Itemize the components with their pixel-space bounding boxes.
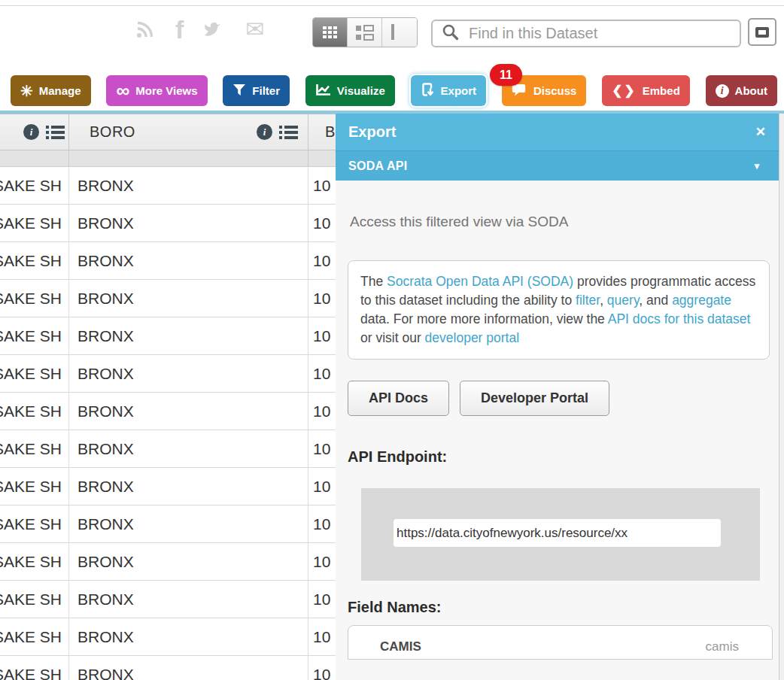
facebook-icon[interactable]: f [175,17,184,42]
export-panel-body: Access this filtered view via SODA The S… [336,181,779,680]
building-cell[interactable]: 10 [308,468,336,505]
dba-cell[interactable]: SAKE SH [0,505,69,542]
column-header-building[interactable]: B [308,114,336,150]
boro-cell[interactable]: BRONX [69,618,308,655]
dba-cell[interactable]: SAKE SH [0,618,69,655]
column-menu-icon[interactable] [279,126,298,139]
building-cell[interactable]: 10 [308,205,336,241]
dba-cell[interactable]: SAKE SH [0,280,69,317]
boro-cell[interactable]: BRONX [69,505,308,542]
boro-cell[interactable]: BRONX [69,656,308,680]
column-menu-icon[interactable] [46,126,65,139]
table-row[interactable]: SAKE SH BRONX 10 [0,355,336,393]
boro-cell[interactable]: BRONX [69,205,308,241]
search-input[interactable] [469,25,740,42]
code-brackets-icon: ❮❯ [612,83,637,99]
close-icon[interactable]: ✕ [755,124,766,140]
dba-cell[interactable]: SAKE SH [0,468,69,505]
table-row[interactable]: SAKE SH BRONX 10 [0,430,336,468]
boro-cell[interactable]: BRONX [69,393,308,430]
developer-portal-button[interactable]: Developer Portal [460,381,609,416]
table-row[interactable]: SAKE SH BRONX 10 [0,205,336,242]
boro-cell[interactable]: BRONX [69,355,308,392]
table-row[interactable]: SAKE SH BRONX 10 [0,317,336,355]
grid-view-button[interactable] [313,18,348,47]
column-header-1[interactable]: i [0,114,69,150]
table-row[interactable]: SAKE SH BRONX 10 [0,468,336,505]
boro-cell[interactable]: BRONX [69,280,308,317]
fullscreen-button[interactable] [748,18,776,46]
table-row[interactable]: SAKE SH BRONX 10 [0,242,336,280]
dba-cell[interactable]: SAKE SH [0,355,69,392]
rss-icon[interactable] [135,20,156,39]
building-cell[interactable]: 10 [308,656,336,680]
page-view-button[interactable] [382,18,417,47]
info-icon[interactable]: i [257,124,272,140]
dba-cell[interactable]: SAKE SH [0,205,69,241]
soda-api-label: SODA API [348,159,408,173]
table-row[interactable]: SAKE SH BRONX 10 [0,393,336,430]
table-row[interactable]: SAKE SH BRONX 10 [0,167,336,205]
table-row[interactable]: SAKE SH BRONX 10 [0,505,336,543]
building-cell[interactable]: 10 [308,581,336,618]
inline-link[interactable]: query [607,293,639,308]
about-button[interactable]: i About [706,75,777,106]
building-cell[interactable]: 10 [308,430,336,467]
inline-link[interactable]: API docs for this dataset [608,311,751,326]
table-row[interactable]: SAKE SH BRONX 10 [0,581,336,618]
building-cell[interactable]: 10 [308,280,336,317]
column-header-boro[interactable]: BORO i [69,114,308,150]
building-cell[interactable]: 10 [308,505,336,542]
dba-cell[interactable]: SAKE SH [0,317,69,354]
more-views-button[interactable]: ∞ More Views [106,75,207,106]
boro-cell[interactable]: BRONX [69,430,308,467]
email-icon[interactable]: ✉ [245,18,264,41]
table-row[interactable]: SAKE SH BRONX 10 [0,618,336,656]
description-text: , [600,293,607,308]
twitter-icon[interactable] [203,20,226,38]
discuss-button[interactable]: 11 Discuss [502,75,587,106]
building-cell[interactable]: 10 [308,242,336,279]
manage-button[interactable]: ✳ Manage [11,75,91,106]
building-cell[interactable]: 10 [308,167,336,204]
building-cell[interactable]: 10 [308,355,336,392]
boro-cell[interactable]: BRONX [69,242,308,279]
visualize-button[interactable]: Visualize [305,75,395,106]
table-row[interactable]: SAKE SH BRONX 10 [0,543,336,581]
export-button[interactable]: Export [411,75,487,106]
dba-cell[interactable]: SAKE SH [0,581,69,618]
info-icon[interactable]: i [23,124,39,140]
right-scroll-gutter[interactable] [779,114,784,680]
description-text: The [360,274,387,289]
boro-cell[interactable]: BRONX [69,317,308,354]
boro-cell[interactable]: BRONX [69,543,308,580]
boro-cell[interactable]: BRONX [69,167,308,204]
soda-api-section-header[interactable]: SODA API ▼ [336,150,779,181]
building-cell[interactable]: 10 [308,317,336,354]
inline-link[interactable]: aggregate [672,293,731,308]
inline-link[interactable]: filter [576,293,600,308]
boro-cell[interactable]: BRONX [69,468,308,505]
building-cell[interactable]: 10 [308,618,336,655]
table-row[interactable]: SAKE SH BRONX 10 [0,656,336,680]
gear-icon: ✳ [20,83,33,99]
table-row[interactable]: SAKE SH BRONX 10 [0,280,336,317]
boro-cell[interactable]: BRONX [69,581,308,618]
api-docs-button[interactable]: API Docs [348,381,449,416]
dba-cell[interactable]: SAKE SH [0,656,69,680]
dba-cell[interactable]: SAKE SH [0,167,69,204]
dba-cell[interactable]: SAKE SH [0,543,69,580]
field-name: CAMIS [380,639,421,654]
dba-cell[interactable]: SAKE SH [0,430,69,467]
building-cell[interactable]: 10 [308,543,336,580]
inline-link[interactable]: developer portal [425,330,520,345]
rich-list-view-button[interactable] [348,18,382,47]
description-text: or visit our [360,330,425,345]
building-cell[interactable]: 10 [308,393,336,430]
inline-link[interactable]: Socrata Open Data API (SODA) [387,274,573,289]
filter-button[interactable]: Filter [223,75,290,106]
api-endpoint-input[interactable] [394,519,721,547]
embed-button[interactable]: ❮❯ Embed [602,75,690,106]
dba-cell[interactable]: SAKE SH [0,393,69,430]
dba-cell[interactable]: SAKE SH [0,242,69,279]
